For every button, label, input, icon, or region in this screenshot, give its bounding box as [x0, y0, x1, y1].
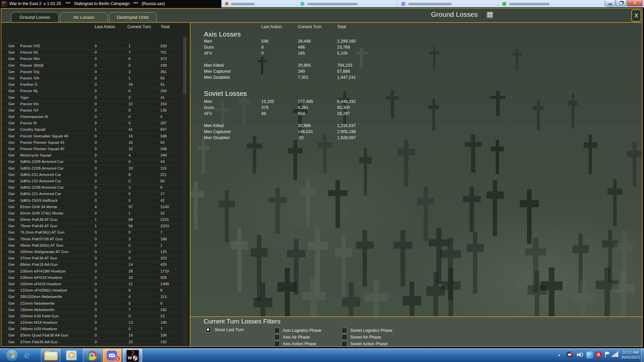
- cell-nationality: Ger: [8, 230, 15, 234]
- stat-current-turn: 854: [298, 111, 305, 116]
- cell-last-action: 0: [95, 160, 97, 164]
- cell-nationality: Ger: [8, 192, 15, 196]
- tab-destroyed-units[interactable]: Destroyed Units: [109, 12, 157, 22]
- column-header-last-action: Last Action: [95, 24, 115, 29]
- speaker-icon[interactable]: [577, 352, 584, 358]
- cell-current-turn: 0: [128, 314, 130, 318]
- table-row: Ger Panzer IVf 0 0 136: [1, 107, 182, 114]
- taskbar-clock[interactable]: 11:17 AM 20/01/2023: [620, 350, 641, 360]
- table-row: Ger 122mm sFH396(r) Howitzer 0 0 8: [1, 287, 182, 294]
- cell-unit-name: 150mm K39 Field Gun: [20, 314, 59, 318]
- stat-row: Men Killed 20,905 794,233: [191, 63, 642, 69]
- stat-label: Men Captured: [204, 129, 230, 134]
- tab-air-losses[interactable]: Air Losses: [60, 12, 108, 22]
- cell-unit-name: 75mm PaK97/38 AT Gun: [20, 237, 63, 241]
- table-row: Ger 81mm GrW 34 Mortar 4 97 3140: [1, 204, 182, 210]
- cell-nationality: Ger: [8, 211, 15, 215]
- column-header-total: Total: [161, 24, 169, 29]
- media-player-icon[interactable]: [66, 350, 77, 360]
- cell-unit-name: Panzer IVg: [20, 70, 39, 74]
- cell-current-turn: 7: [128, 308, 130, 312]
- wite2-taskbar-button[interactable]: 2W: [123, 349, 142, 362]
- cell-nationality: Ger: [8, 205, 15, 209]
- tab-ground-losses[interactable]: Ground Losses: [11, 12, 59, 22]
- cell-current-turn: 1: [128, 76, 130, 80]
- cell-current-turn: 3: [128, 237, 130, 241]
- page-title: Ground Losses: [431, 11, 478, 18]
- stat-current-turn: 165: [298, 51, 305, 56]
- start-button[interactable]: [5, 349, 18, 362]
- cell-current-turn: 0: [128, 288, 130, 292]
- cell-nationality: Ger: [8, 327, 15, 331]
- cell-total: 333: [160, 44, 167, 48]
- cell-last-action: 0: [95, 134, 97, 138]
- cell-current-turn: 7: [128, 50, 130, 54]
- cell-unit-name: Cavalry Squad: [20, 127, 45, 131]
- cell-last-action: 0: [95, 320, 97, 324]
- cell-nationality: Ger: [8, 224, 15, 228]
- cell-total: 1408: [160, 282, 169, 286]
- show-desktop-button[interactable]: [641, 348, 644, 362]
- cell-total: 588: [160, 134, 167, 138]
- minimize-button[interactable]: [605, 0, 615, 6]
- cell-unit-name: 37mm PaK36 AT Gun: [20, 256, 57, 260]
- cell-current-turn: 13: [128, 320, 133, 324]
- network-tray-icon[interactable]: [586, 352, 593, 358]
- cell-unit-name: 105mm leFH18 Howitzer: [20, 276, 63, 280]
- table-row: Ger Panzer Pioneer Squad 40 0 10 348: [1, 146, 182, 152]
- cell-last-action: 0: [95, 57, 97, 61]
- table-row: Ger 37mm Flak36 AA Gun 0 15 192: [1, 339, 182, 345]
- cell-unit-name: 75mm PaK40 AT Gun: [20, 224, 57, 228]
- internet-explorer-icon[interactable]: e: [24, 349, 30, 361]
- b-app-tray-icon[interactable]: B: [596, 352, 601, 357]
- stat-total: 6,049,332: [337, 99, 356, 104]
- table-scrollbar[interactable]: [183, 36, 187, 345]
- stat-row: Men 13,105 177,485 6,049,332: [191, 99, 642, 105]
- cell-current-turn: 39: [128, 82, 133, 86]
- stat-last-action: 0: [261, 51, 264, 56]
- report-chart-icon[interactable]: [487, 12, 493, 18]
- axis-losses-title: Axis Losses: [204, 31, 241, 38]
- table-row: Ger Panzer IIIn 0 22 263: [1, 101, 182, 107]
- table-row: Ger Tiger 0 2 41: [1, 95, 182, 101]
- signal-bars-icon[interactable]: [612, 352, 619, 357]
- cell-current-turn: 16: [128, 333, 133, 337]
- cell-last-action: 0: [95, 121, 97, 125]
- table-row: Ger 160mm Stielgranate AT Gun 0 3 125: [1, 249, 182, 255]
- cell-nationality: Ger: [8, 82, 15, 86]
- windows-explorer-button[interactable]: [41, 349, 60, 362]
- chrome-button[interactable]: [83, 349, 102, 362]
- cell-current-turn: 16: [128, 134, 133, 138]
- cell-current-turn: 0: [128, 327, 130, 331]
- action-center-flag-icon[interactable]: [605, 352, 609, 358]
- table-row: Ger 75mm PaK40 AT Gun 1 56 2203: [1, 223, 182, 229]
- cell-unit-name: 150mm Nebelwerfer: [20, 308, 55, 312]
- stat-label: AFV: [204, 111, 212, 116]
- tray-expand-chevron-icon[interactable]: ▲: [558, 353, 561, 357]
- cell-current-turn: 4: [128, 153, 130, 157]
- table-row: Ger Panzer IIIL 0 7 701: [1, 49, 182, 56]
- scrollbar-thumb[interactable]: [183, 37, 186, 94]
- cell-current-turn: 4: [128, 295, 130, 299]
- chrome-icon: [87, 351, 97, 360]
- restore-button[interactable]: [616, 0, 627, 6]
- discord-button[interactable]: 2: [103, 349, 121, 362]
- table-row: Ger Panzer IVh 0 1 56: [1, 75, 182, 81]
- cell-total: 8: [160, 288, 162, 292]
- wite2-app-icon: [1, 1, 7, 7]
- cell-current-turn: 1: [128, 44, 130, 48]
- cell-unit-name: Flammpanzer III: [20, 115, 48, 119]
- cell-unit-name: 210mm Nebelwerfer: [20, 301, 55, 305]
- cell-last-action: 0: [95, 288, 97, 292]
- close-window-button[interactable]: x: [627, 0, 643, 6]
- cell-last-action: 0: [95, 192, 97, 196]
- close-screen-button[interactable]: X: [631, 9, 641, 22]
- cell-total: 192: [160, 340, 167, 344]
- cell-current-turn: 8: [128, 173, 130, 177]
- discord-tray-icon[interactable]: [567, 352, 573, 357]
- background-browser-tabs: [221, 0, 608, 7]
- cell-total: 6: [160, 301, 162, 305]
- stat-current-turn: 7,301: [298, 75, 308, 80]
- stat-current-turn: -32: [298, 135, 304, 140]
- cell-total: 80: [160, 179, 165, 183]
